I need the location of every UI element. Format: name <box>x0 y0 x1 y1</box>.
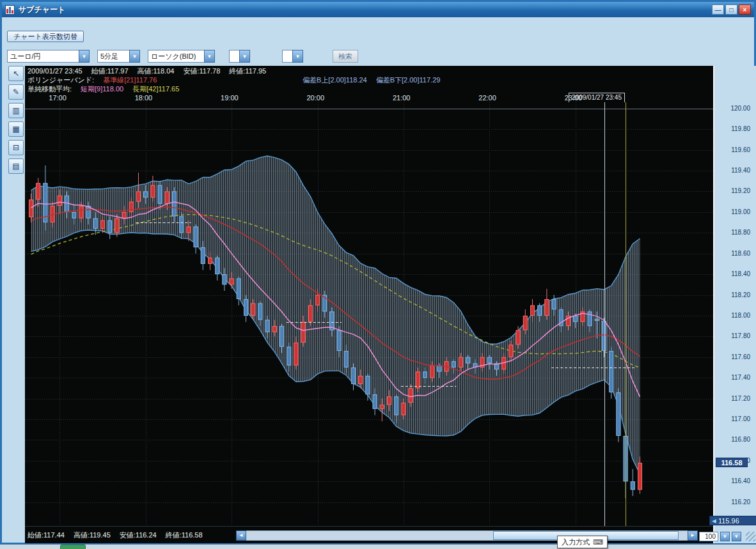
pointer-icon: ↖ <box>13 69 19 78</box>
bollinger-label: ボリンジャーバンド: <box>28 75 94 84</box>
printer-icon: ⊟ <box>13 143 19 152</box>
extra-combo-1[interactable]: ▼ <box>229 50 250 63</box>
symbol-combo[interactable]: ユーロ/円 ▼ <box>7 50 90 63</box>
minimize-icon: — <box>715 6 721 13</box>
y-axis-label: 119.00 <box>717 208 750 215</box>
sma-long-value: 長期[42]117.65 <box>132 84 179 93</box>
y-axis-label: 119.80 <box>717 125 750 132</box>
draw-tool-button[interactable]: ✎ <box>8 84 24 100</box>
chevron-down-icon[interactable]: ▼ <box>129 50 140 63</box>
app-icon-bar <box>6 9 8 13</box>
bar-count-controls: 100 ▼ ▼ <box>699 532 755 541</box>
info-low: 安値:117.78 <box>183 66 220 75</box>
minimize-button[interactable]: — <box>712 4 724 15</box>
y-axis-label: 117.20 <box>717 395 750 402</box>
print-tool-button[interactable]: ⊟ <box>8 140 24 155</box>
bar-count-dropdown-button[interactable]: ▼ <box>720 532 730 541</box>
scroll-left-icon: ◄ <box>239 532 244 538</box>
pointer-tool-button[interactable]: ↖ <box>8 66 24 81</box>
ohlc-info-row: 2009/01/27 23:45 始値:117.97 高値:118.04 安値:… <box>25 66 713 75</box>
app-icon <box>5 5 15 15</box>
grid-icon: ▦ <box>12 125 19 134</box>
y-axis-label: 117.80 <box>717 332 750 339</box>
chevron-down-icon[interactable]: ▼ <box>79 50 90 63</box>
chart-style-combo[interactable]: ローソク(BID) ▼ <box>148 50 215 63</box>
h-scrollbar[interactable]: ◄ ► <box>236 530 698 541</box>
x-axis-label: 18:00 <box>135 94 153 102</box>
y-axis-label: 117.40 <box>717 374 750 381</box>
y-axis-label: 118.80 <box>717 229 750 236</box>
y-axis-label: 119.60 <box>717 146 750 153</box>
window-controls: — □ × <box>712 4 751 15</box>
maximize-icon: □ <box>729 6 733 13</box>
bollinger-center-value: 基準線[21]117.76 <box>103 75 157 84</box>
y-axis-label: 120.00 <box>717 105 750 112</box>
title-bar[interactable]: サブチャート — □ × <box>2 2 754 17</box>
app-icon-bar <box>12 10 13 13</box>
chart-count-toggle-button[interactable]: チャート表示数切替 <box>7 31 84 42</box>
scale-dropdown-button[interactable]: ▼ <box>732 532 741 541</box>
x-axis-label: 17:00 <box>49 94 67 102</box>
maximize-button[interactable]: □ <box>725 4 737 15</box>
taskbar-tab <box>60 545 86 549</box>
close-button[interactable]: × <box>739 4 751 15</box>
deviation-lower-value: 偏差B下[2.00]117.29 <box>376 75 441 84</box>
window-title: サブチャート <box>19 4 65 15</box>
toolbar: ユーロ/円 ▼ 5分足 ▼ ローソク(BID) ▼ ▼ ▼ 検索 <box>7 49 358 63</box>
y-axis-label: 118.00 <box>717 312 750 319</box>
range-close: 終値:116.58 <box>166 530 203 540</box>
timeframe-combo-value: 5分足 <box>97 50 129 63</box>
extra-combo-1-value <box>229 50 239 63</box>
x-axis-label: 23:00 <box>565 94 583 102</box>
scroll-track[interactable] <box>246 530 688 541</box>
bar-count-input[interactable]: 100 <box>699 532 718 541</box>
chart-type-button[interactable]: ▥ <box>8 103 24 118</box>
current-price-badge: 116.58 <box>716 458 748 467</box>
resize-grip[interactable] <box>746 532 755 541</box>
keyboard-icon: ⌨ <box>593 538 603 546</box>
layout-tool-button[interactable]: ▤ <box>8 159 24 174</box>
range-open: 始値:117.44 <box>28 530 65 540</box>
y-axis-label: 116.80 <box>717 436 750 443</box>
y-axis-label: 117.00 <box>717 415 750 422</box>
extra-combo-2[interactable]: ▼ <box>282 50 303 63</box>
sma-label: 単純移動平均: <box>28 84 72 93</box>
ime-tooltip: 入力方式 ⌨ <box>557 536 608 548</box>
grid-tool-button[interactable]: ▦ <box>8 121 24 137</box>
pencil-icon: ✎ <box>13 88 19 97</box>
taskbar-fragment <box>0 545 756 549</box>
y-axis-label: 117.60 <box>717 353 750 360</box>
scroll-right-icon: ► <box>690 532 695 538</box>
info-high: 高値:118.04 <box>138 66 175 75</box>
info-open: 始値:117.97 <box>91 66 129 75</box>
range-low: 安値:116.24 <box>120 530 157 540</box>
price-marker-badge: ◀ 115.96 <box>709 516 756 525</box>
chart-style-combo-value: ローソク(BID) <box>148 50 204 63</box>
scroll-right-button[interactable]: ► <box>688 530 698 541</box>
layers-icon: ▤ <box>12 162 19 171</box>
chevron-down-icon[interactable]: ▼ <box>292 50 303 63</box>
time-axis: 2009/01/27 23:45 17:0018:0019:0020:0021:… <box>25 94 713 102</box>
y-axis-label: 118.60 <box>717 250 750 257</box>
y-axis-label: 119.40 <box>717 167 750 174</box>
candlestick-chart[interactable] <box>25 102 713 526</box>
search-button[interactable]: 検索 <box>333 50 358 63</box>
timeframe-combo[interactable]: 5分足 ▼ <box>97 50 140 63</box>
sma-info-row: 単純移動平均: 短期[9]118.00 長期[42]117.65 <box>25 84 713 93</box>
close-icon: × <box>743 6 747 13</box>
info-close: 終値:117.95 <box>229 66 266 75</box>
x-axis-label: 19:00 <box>221 94 239 102</box>
chevron-down-icon: ▼ <box>723 534 728 539</box>
chevron-down-icon[interactable]: ▼ <box>239 50 250 63</box>
y-axis-label: 116.20 <box>717 499 750 506</box>
x-axis-label: 20:00 <box>307 94 325 102</box>
chart-frame: 2009/01/27 23:45 始値:117.97 高値:118.04 安値:… <box>25 66 713 543</box>
range-high: 高値:119.45 <box>74 530 111 540</box>
info-datetime: 2009/01/27 23:45 <box>28 66 83 75</box>
scroll-left-button[interactable]: ◄ <box>236 530 246 541</box>
indicator-info-area: 2009/01/27 23:45 始値:117.97 高値:118.04 安値:… <box>25 66 713 93</box>
price-axis: 116.58 ◀ 115.96 120.00119.80119.60119.40… <box>713 66 756 543</box>
y-axis-label: 118.40 <box>717 270 750 277</box>
bollinger-deviation-group: 偏差B上[2.00]118.24 偏差B下[2.00]117.29 <box>303 75 440 84</box>
chevron-down-icon[interactable]: ▼ <box>204 50 215 63</box>
